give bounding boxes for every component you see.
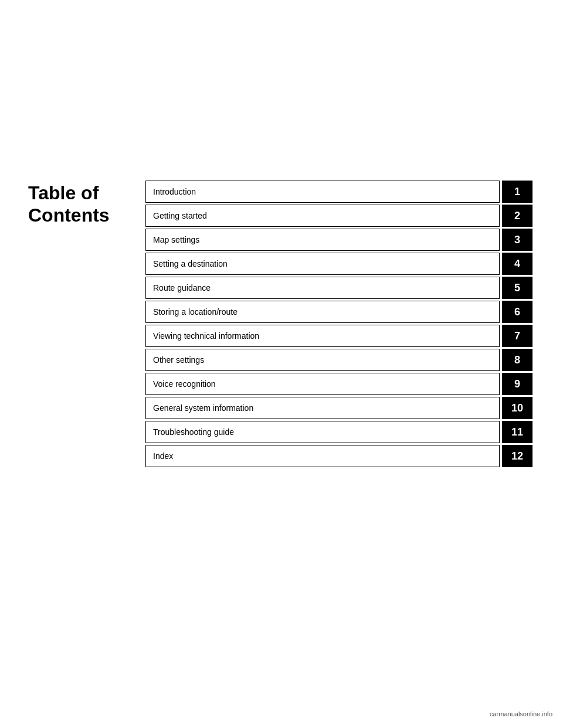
toc-label: Index <box>145 445 500 467</box>
toc-row[interactable]: Troubleshooting guide11 <box>145 421 533 443</box>
toc-label: Map settings <box>145 229 500 251</box>
toc-number: 3 <box>502 229 533 251</box>
watermark: carmanualsonline.info <box>490 710 552 717</box>
toc-label: Voice recognition <box>145 373 500 395</box>
toc-number: 4 <box>502 253 533 275</box>
toc-number: 8 <box>502 349 533 371</box>
toc-row[interactable]: Index12 <box>145 445 533 467</box>
toc-number: 7 <box>502 325 533 347</box>
toc-label: Troubleshooting guide <box>145 421 500 443</box>
toc-label: Viewing technical information <box>145 325 500 347</box>
toc-number: 6 <box>502 301 533 323</box>
toc-number: 12 <box>502 445 533 467</box>
toc-row[interactable]: Map settings3 <box>145 229 533 251</box>
toc-row[interactable]: Storing a location/route6 <box>145 301 533 323</box>
toc-label: Other settings <box>145 349 500 371</box>
toc-label: General system information <box>145 397 500 419</box>
page-title: Table of Contents <box>28 182 110 227</box>
toc-label: Introduction <box>145 181 500 203</box>
toc-row[interactable]: Setting a destination4 <box>145 253 533 275</box>
toc-row[interactable]: Getting started2 <box>145 205 533 227</box>
title-line1: Table of <box>28 182 99 203</box>
toc-section: Introduction1Getting started2Map setting… <box>145 181 533 469</box>
toc-row[interactable]: Other settings8 <box>145 349 533 371</box>
toc-number: 1 <box>502 181 533 203</box>
title-line2: Contents <box>28 205 110 226</box>
toc-number: 2 <box>502 205 533 227</box>
toc-label: Getting started <box>145 205 500 227</box>
toc-number: 5 <box>502 277 533 299</box>
toc-label: Route guidance <box>145 277 500 299</box>
toc-row[interactable]: Introduction1 <box>145 181 533 203</box>
toc-row[interactable]: Viewing technical information7 <box>145 325 533 347</box>
toc-label: Setting a destination <box>145 253 500 275</box>
toc-label: Storing a location/route <box>145 301 500 323</box>
toc-row[interactable]: General system information10 <box>145 397 533 419</box>
toc-number: 9 <box>502 373 533 395</box>
toc-row[interactable]: Voice recognition9 <box>145 373 533 395</box>
toc-number: 11 <box>502 421 533 443</box>
toc-number: 10 <box>502 397 533 419</box>
toc-row[interactable]: Route guidance5 <box>145 277 533 299</box>
title-section: Table of Contents <box>28 182 110 227</box>
page: Table of Contents Introduction1Getting s… <box>0 0 563 728</box>
